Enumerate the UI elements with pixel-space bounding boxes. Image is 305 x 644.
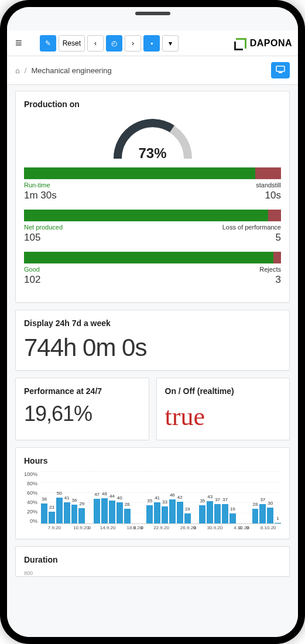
filter-button[interactable]: ▾ <box>162 35 179 52</box>
bar-value-label: 37 <box>222 497 228 502</box>
bar-value-label: 48 <box>102 491 107 496</box>
hours-bar-col: 36 <box>71 505 78 523</box>
hours-bar-col: 38 <box>41 503 47 523</box>
bar-left-label: Run-time <box>24 181 57 189</box>
bar-value-label: 0 <box>246 525 249 530</box>
brand-name: DAPONA <box>250 38 292 49</box>
bar-red-seg <box>268 210 281 221</box>
hours-bar-col: 40 <box>116 502 123 523</box>
bar-green-seg <box>24 252 273 263</box>
reset-button[interactable]: Reset <box>59 35 85 52</box>
bar-red-seg <box>273 252 281 263</box>
breadcrumb: ⌂ / Mechanical engineering <box>7 56 298 85</box>
hours-bar-col: 19 <box>184 513 191 523</box>
bar-value-label: 37 <box>260 497 265 502</box>
next-button[interactable]: › <box>125 35 141 52</box>
display-button[interactable] <box>271 62 290 78</box>
x-tick: 26.9.20 <box>175 525 201 530</box>
bar-right-value: 10s <box>256 190 281 201</box>
bar-green-seg <box>24 167 255 179</box>
performance-value: 19,61% <box>24 402 140 426</box>
bar-value-label: 19 <box>230 506 235 512</box>
bar-value-label: 46 <box>170 492 175 498</box>
bar-value-label: 19 <box>185 506 190 512</box>
clock-icon: ◴ <box>111 39 117 47</box>
hours-bar-col: 28 <box>124 509 131 523</box>
hours-bar-col: 29 <box>78 508 85 523</box>
hours-bar-col: 28 <box>252 509 259 523</box>
hours-bar-col: 30 <box>267 508 273 523</box>
logo-icon <box>236 38 246 49</box>
duration-card: Duration 800 <box>15 546 290 577</box>
production-bar: Net produced105Loss of performance5 <box>24 210 281 244</box>
bar-value-label: 30 <box>268 501 273 506</box>
gauge-value: 73% <box>109 145 197 162</box>
square-icon: ▪ <box>150 39 153 47</box>
bar-right-value: 3 <box>259 274 281 286</box>
y-tick: 60% <box>24 490 37 496</box>
hours-bars: 3823504136290474844402800354133464219035… <box>41 471 281 524</box>
bar-left-label: Net produced <box>24 224 63 231</box>
hours-bar-col: 41 <box>154 502 160 523</box>
clock-button[interactable]: ◴ <box>106 35 122 52</box>
hours-bar-col: 43 <box>207 501 213 523</box>
bar-right-value: 5 <box>222 232 281 244</box>
menu-icon[interactable]: ≡ <box>13 34 25 52</box>
production-bar: Run-time1m 30sstandstill10s <box>24 167 281 201</box>
bar-value-label: 0 <box>194 525 196 530</box>
production-gauge: 73% <box>109 115 197 162</box>
hours-bar-col: 41 <box>64 502 70 523</box>
bar-right-label: Rejects <box>259 266 281 273</box>
bar-value-label: 37 <box>215 497 220 502</box>
bar-right-label: standstill <box>256 181 281 189</box>
duration-title: Duration <box>24 555 281 564</box>
x-tick: 7.9.20 <box>42 525 67 530</box>
y-tick: 0% <box>24 518 37 524</box>
onoff-title: On / Off (realtime) <box>165 386 282 396</box>
hours-card: Hours 100%80%60%40%20%0% 382350413629047… <box>15 447 290 539</box>
prev-button[interactable]: ‹ <box>87 35 104 52</box>
display-value: 744h 0m 0s <box>24 334 281 362</box>
breadcrumb-sep: / <box>25 66 27 75</box>
svg-rect-1 <box>279 72 282 73</box>
x-tick: 14.9.20 <box>95 525 121 530</box>
hours-bar-col: 42 <box>177 502 183 523</box>
hours-bar-col: 44 <box>109 501 115 523</box>
bar-value-label: 28 <box>125 502 130 507</box>
performance-card: Performance at 24/7 19,61% <box>15 378 149 440</box>
y-tick: 80% <box>24 481 37 487</box>
onoff-card: On / Off (realtime) true <box>156 378 290 440</box>
toolbar-group: ✎ Reset ‹ ◴ › ▪ ▾ <box>40 35 179 52</box>
home-icon[interactable]: ⌂ <box>15 66 20 75</box>
bar-value-label: 42 <box>177 495 183 500</box>
edit-button[interactable]: ✎ <box>40 35 56 52</box>
bar-value-label: 1 <box>276 516 279 521</box>
monitor-icon <box>276 66 285 76</box>
bar-right-label: Loss of performance <box>222 224 281 231</box>
bar-left-value: 102 <box>24 274 40 286</box>
onoff-value: true <box>165 402 282 431</box>
bar-value-label: 41 <box>64 495 70 501</box>
bar-value-label: 44 <box>109 494 115 499</box>
hours-bar-col: 35 <box>199 505 205 523</box>
bar-value-label: 38 <box>42 496 47 502</box>
bar-green-seg <box>24 210 268 221</box>
hours-x-axis: 7.9.2010.9.2014.9.2018.9.2022.9.2026.9.2… <box>42 525 281 530</box>
y-tick: 40% <box>24 499 37 505</box>
y-tick: 100% <box>24 471 37 477</box>
bar-value-label: 0 <box>88 525 90 530</box>
hours-chart: 100%80%60%40%20%0% 382350413629047484440… <box>24 471 281 524</box>
hours-title: Hours <box>24 456 281 465</box>
bar-value-label: 35 <box>200 498 205 503</box>
hours-bar-col: 37 <box>214 504 221 523</box>
breadcrumb-page[interactable]: Mechanical engineering <box>31 66 111 75</box>
display-title: Display 24h 7d a week <box>24 318 281 328</box>
bar-value-label: 23 <box>49 505 54 510</box>
stop-button[interactable]: ▪ <box>143 35 160 52</box>
hours-bar-col: 37 <box>259 504 266 523</box>
pencil-icon: ✎ <box>45 39 51 47</box>
bar-value-label: 0 <box>141 525 143 530</box>
hours-bar-col: 46 <box>169 499 176 523</box>
production-title: Production on <box>24 100 281 109</box>
bar-value-label: 0 <box>133 525 136 530</box>
